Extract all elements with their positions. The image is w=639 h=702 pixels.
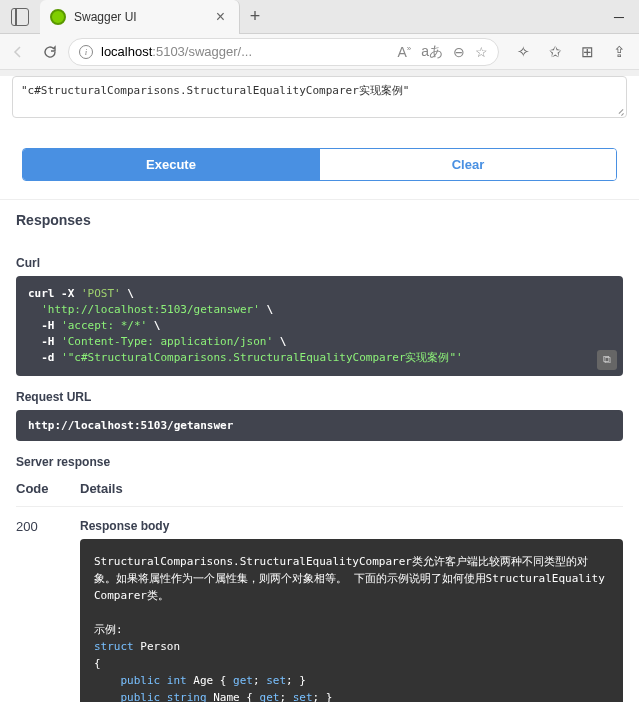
window-controls: ─ [599,0,639,34]
titlebar: Swagger UI × + ─ [0,0,639,34]
response-body-label: Response body [80,519,623,533]
request-url-block: http://localhost:5103/getanswer [16,410,623,441]
action-buttons: Execute Clear [22,148,617,181]
request-body-textarea[interactable]: "c#StructuralComparisons.StructuralEqual… [12,76,627,118]
address-bar[interactable]: i localhost:5103/swagger/... A» aあ ⊖ ☆ [68,38,499,66]
resize-handle[interactable] [616,107,624,115]
swagger-content: "c#StructuralComparisons.StructuralEqual… [0,76,639,702]
execute-button[interactable]: Execute [23,149,319,180]
curl-label: Curl [16,256,623,270]
response-body-block: StructuralComparisons.StructuralEquality… [80,539,623,702]
close-tab-icon[interactable]: × [212,8,229,26]
tab-title: Swagger UI [74,10,212,24]
responses-heading: Responses [0,199,639,242]
extensions-icon[interactable]: ✧ [517,43,535,61]
server-response-label: Server response [16,455,623,469]
site-info-icon[interactable]: i [79,45,93,59]
url-text: localhost:5103/swagger/... [101,44,389,59]
share-icon[interactable]: ⇪ [613,43,631,61]
code-column-header: Code [16,481,80,496]
browser-toolbar: i localhost:5103/swagger/... A» aあ ⊖ ☆ ✧… [0,34,639,70]
status-code: 200 [16,519,80,702]
favorites-bar-icon[interactable]: ✩ [549,43,567,61]
collections-icon[interactable]: ⊞ [581,43,599,61]
response-row: 200 Response body StructuralComparisons.… [16,519,623,702]
favorite-icon[interactable]: ☆ [475,44,488,60]
copy-curl-button[interactable]: ⧉ [597,350,617,370]
details-column-header: Details [80,481,623,496]
new-tab-button[interactable]: + [240,6,270,27]
tab-overview-button[interactable] [0,8,40,26]
back-button[interactable] [8,42,28,62]
curl-block: curl -X 'POST' \ 'http://localhost:5103/… [16,276,623,376]
minimize-button[interactable]: ─ [599,0,639,34]
browser-tab[interactable]: Swagger UI × [40,0,240,34]
translate-icon[interactable]: aあ [421,43,443,61]
request-url-label: Request URL [16,390,623,404]
clear-button[interactable]: Clear [319,149,616,180]
zoom-icon[interactable]: ⊖ [453,44,465,60]
response-table-header: Code Details [16,475,623,507]
refresh-button[interactable] [40,42,60,62]
swagger-favicon [50,9,66,25]
read-aloud-icon[interactable]: A» [397,44,411,60]
